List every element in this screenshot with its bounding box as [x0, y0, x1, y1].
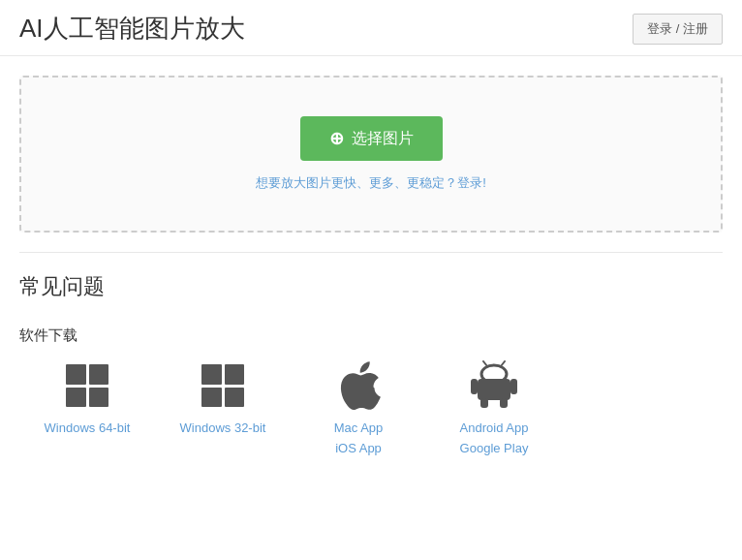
hint-pre-text: 想要放大图片更快、更多、更稳定？	[256, 175, 457, 190]
select-image-button[interactable]: ⊕ 选择图片	[300, 116, 443, 161]
ios-app-label: iOS App	[335, 439, 382, 459]
svg-line-8	[483, 361, 487, 366]
svg-point-7	[499, 372, 502, 375]
page-title: AI人工智能图片放大	[19, 12, 245, 46]
svg-rect-1	[478, 379, 510, 400]
download-item-android[interactable]: Android App Google Play	[426, 358, 562, 459]
login-link[interactable]: 登录!	[457, 175, 486, 190]
windows-32-icon	[196, 358, 250, 413]
apple-icon	[331, 358, 386, 413]
plus-icon: ⊕	[329, 128, 344, 149]
login-register-button[interactable]: 登录 / 注册	[633, 14, 723, 45]
windows-64-icon	[60, 358, 114, 413]
svg-rect-5	[510, 379, 517, 394]
mac-app-label: Mac App	[334, 419, 384, 439]
android-app-label: Android App	[460, 419, 529, 439]
upload-area[interactable]: ⊕ 选择图片 想要放大图片更快、更多、更稳定？登录!	[19, 76, 723, 233]
win32-label: Windows 32-bit	[180, 419, 266, 439]
header: AI人工智能图片放大 登录 / 注册	[0, 0, 742, 56]
faq-section: 常见问题	[0, 263, 742, 327]
download-grid: Windows 64-bit Windows 32-bit	[19, 358, 723, 459]
download-label: 软件下载	[19, 327, 723, 345]
faq-title: 常见问题	[19, 272, 723, 301]
download-item-win64[interactable]: Windows 64-bit	[19, 358, 155, 459]
download-item-mac[interactable]: Mac App iOS App	[291, 358, 426, 459]
section-divider	[19, 252, 723, 253]
svg-point-6	[487, 372, 490, 375]
win64-label: Windows 64-bit	[45, 419, 131, 439]
svg-rect-3	[500, 398, 508, 408]
select-image-label: 选择图片	[352, 129, 414, 149]
svg-line-9	[501, 361, 505, 366]
download-item-win32[interactable]: Windows 32-bit	[155, 358, 291, 459]
upload-hint: 想要放大图片更快、更多、更稳定？登录!	[256, 174, 486, 192]
android-icon	[467, 358, 521, 413]
download-section: 软件下载 Windows 64-bit	[0, 327, 742, 479]
svg-rect-2	[480, 398, 488, 408]
google-play-label: Google Play	[460, 439, 529, 459]
svg-rect-4	[471, 379, 478, 394]
